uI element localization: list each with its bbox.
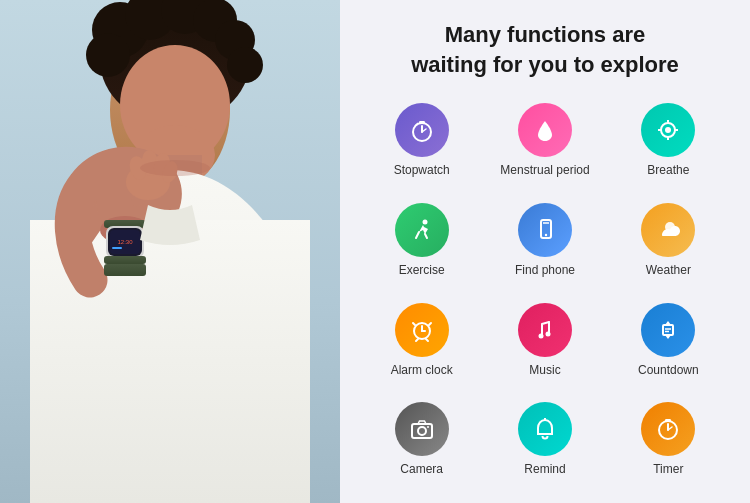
svg-point-45 [545,234,547,236]
alarm-label: Alarm clock [391,363,453,377]
svg-rect-33 [419,121,425,124]
timer-icon [641,402,695,456]
function-item-camera[interactable]: Camera [360,396,483,488]
countdown-icon [641,303,695,357]
menstrual-icon [518,103,572,157]
svg-rect-27 [104,256,146,264]
countdown-label: Countdown [638,363,699,377]
findphone-label: Find phone [515,263,575,277]
svg-point-41 [422,220,427,225]
svg-line-42 [416,232,419,238]
svg-line-43 [425,234,427,238]
functions-grid: Stopwatch Menstrual period Breathe Exerc… [360,97,730,488]
svg-line-54 [426,339,428,341]
function-item-remind[interactable]: Remind [483,396,606,488]
camera-label: Camera [400,462,443,476]
stopwatch-label: Stopwatch [394,163,450,177]
svg-point-36 [665,127,671,133]
function-item-breathe[interactable]: Breathe [607,97,730,189]
svg-text:12:30: 12:30 [117,239,133,245]
function-item-countdown[interactable]: Countdown [607,297,730,389]
breathe-label: Breathe [647,163,689,177]
alarm-icon [395,303,449,357]
music-label: Music [529,363,560,377]
svg-rect-68 [665,419,671,422]
breathe-icon [641,103,695,157]
svg-point-56 [545,331,550,336]
function-item-exercise[interactable]: Exercise [360,197,483,289]
svg-rect-26 [112,247,122,249]
remind-label: Remind [524,462,565,476]
weather-label: Weather [646,263,691,277]
function-item-findphone[interactable]: Find phone [483,197,606,289]
timer-label: Timer [653,462,683,476]
svg-rect-57 [663,325,673,335]
stopwatch-icon [395,103,449,157]
svg-point-9 [227,47,263,83]
function-item-stopwatch[interactable]: Stopwatch [360,97,483,189]
weather-icon [641,203,695,257]
svg-point-8 [86,33,130,77]
remind-icon [518,402,572,456]
left-panel: 12:30 [0,0,340,503]
svg-point-55 [538,333,543,338]
exercise-icon [395,203,449,257]
exercise-label: Exercise [399,263,445,277]
right-panel: Many functions are waiting for you to ex… [340,0,750,503]
person-image: 12:30 [0,0,340,503]
page-title: Many functions are waiting for you to ex… [360,20,730,79]
function-item-timer[interactable]: Timer [607,396,730,488]
findphone-icon [518,203,572,257]
music-icon [518,303,572,357]
svg-line-34 [415,123,418,126]
function-item-weather[interactable]: Weather [607,197,730,289]
svg-point-61 [418,427,426,435]
svg-point-62 [427,426,429,428]
menstrual-label: Menstrual period [500,163,589,177]
camera-icon [395,402,449,456]
svg-point-29 [140,160,210,176]
svg-line-53 [416,339,418,341]
function-item-music[interactable]: Music [483,297,606,389]
svg-rect-28 [104,264,146,276]
function-item-menstrual[interactable]: Menstrual period [483,97,606,189]
svg-line-52 [429,323,431,325]
svg-line-51 [413,323,415,325]
function-item-alarm[interactable]: Alarm clock [360,297,483,389]
